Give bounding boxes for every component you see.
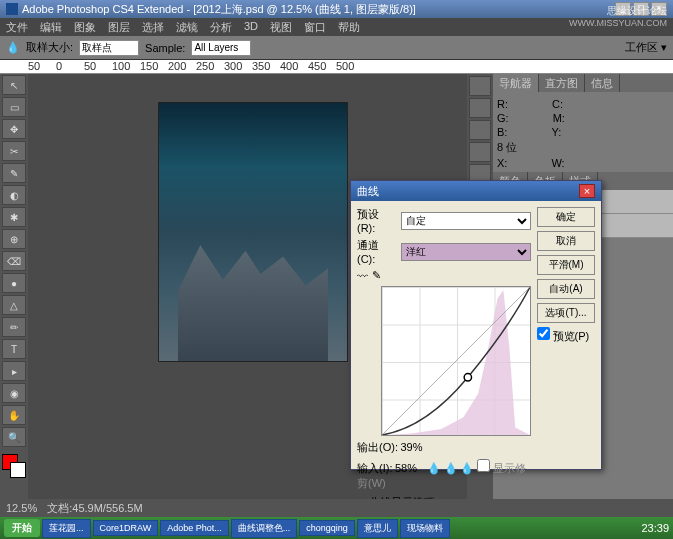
path-tool[interactable]: ▸ [2,361,26,381]
stamp-tool[interactable]: ⊕ [2,229,26,249]
eyedropper-tool[interactable]: ✎ [2,163,26,183]
dialog-title: 曲线 [357,184,379,199]
menu-select[interactable]: 选择 [142,20,164,34]
info-panel: R:C: G:M: B:Y: 8 位 X:W: 文档:45.9M/556.5M … [493,92,673,172]
ok-button[interactable]: 确定 [537,207,595,227]
gradient-tool[interactable]: ● [2,273,26,293]
curves-dialog: 曲线 × 预设(R): 自定 通道(C): 洋红 〰 ✎ [350,180,602,470]
app-title: Adobe Photoshop CS4 Extended - [2012上海.p… [22,2,416,17]
tab-info[interactable]: 信息 [585,74,620,92]
black-eyedropper-icon[interactable]: 💧 [427,462,441,474]
status-bar: 12.5% 文档:45.9M/556.5M [0,499,673,517]
menu-help[interactable]: 帮助 [338,20,360,34]
shape-tool[interactable]: ◉ [2,383,26,403]
dodge-tool[interactable]: △ [2,295,26,315]
taskbar-item[interactable]: 曲线调整色... [231,519,298,538]
watermark-url: WWW.MISSYUAN.COM [569,18,667,28]
taskbar-item[interactable]: 意思儿 [357,519,398,538]
start-button[interactable]: 开始 [4,519,40,537]
preset-select[interactable]: 自定 [401,212,531,230]
preview-checkbox[interactable] [537,327,550,340]
menu-window[interactable]: 窗口 [304,20,326,34]
app-icon [6,3,18,15]
sample-label: Sample: [145,42,185,54]
input-value: 58% [395,462,417,474]
type-tool[interactable]: T [2,339,26,359]
options-button[interactable]: 选项(T)... [537,303,595,323]
menu-layer[interactable]: 图层 [108,20,130,34]
taskbar: 开始 莲花园... Core1DRAW Adobe Phot... 曲线调整色.… [0,517,673,539]
curve-graph[interactable] [381,286,531,436]
system-tray[interactable]: 23:39 [641,522,669,534]
taskbar-item[interactable]: Core1DRAW [93,520,159,536]
white-eyedropper-icon[interactable]: 💧 [460,462,474,474]
taskbar-item[interactable]: Adobe Phot... [160,520,229,536]
sample-layers-input[interactable] [191,40,251,56]
channel-select[interactable]: 洋红 [401,243,531,261]
tab-histogram[interactable]: 直方图 [539,74,585,92]
watermark: 思缘设计论坛 [607,4,667,18]
background-color[interactable] [10,462,26,478]
menu-image[interactable]: 图象 [74,20,96,34]
panel-icon[interactable] [469,76,491,96]
marquee-tool[interactable]: ▭ [2,97,26,117]
menu-3d[interactable]: 3D [244,20,258,34]
panel-icon[interactable] [469,98,491,118]
pen-tool[interactable]: ✏ [2,317,26,337]
auto-button[interactable]: 自动(A) [537,279,595,299]
clock: 23:39 [641,522,669,534]
hand-tool[interactable]: ✋ [2,405,26,425]
menu-view[interactable]: 视图 [270,20,292,34]
preset-label: 预设(R): [357,207,397,234]
menu-analysis[interactable]: 分析 [210,20,232,34]
menu-file[interactable]: 文件 [6,20,28,34]
tab-navigator[interactable]: 导航器 [493,74,539,92]
eyedropper-tool-icon: 💧 [6,41,20,54]
dialog-close-button[interactable]: × [579,184,595,198]
crop-tool[interactable]: ✂ [2,141,26,161]
taskbar-item[interactable]: chongqing [299,520,355,536]
output-value: 39% [400,441,422,453]
ruler-horizontal: 50050100150200250300350400450500 [0,60,673,74]
eraser-tool[interactable]: ⌫ [2,251,26,271]
lasso-tool[interactable]: ✥ [2,119,26,139]
pencil-mode-icon[interactable]: ✎ [372,269,381,282]
input-label: 输入(I): [357,462,392,474]
options-bar: 💧 取样大小: Sample: 工作区 ▾ [0,36,673,60]
gray-eyedropper-icon[interactable]: 💧 [444,462,458,474]
healing-tool[interactable]: ◐ [2,185,26,205]
brush-tool[interactable]: ✱ [2,207,26,227]
menu-edit[interactable]: 编辑 [40,20,62,34]
output-label: 输出(O): [357,441,398,453]
move-tool[interactable]: ↖ [2,75,26,95]
panel-icon[interactable] [469,120,491,140]
cancel-button[interactable]: 取消 [537,231,595,251]
zoom-level[interactable]: 12.5% [6,502,37,514]
show-clip-checkbox[interactable] [477,459,490,472]
curve-mode-icon[interactable]: 〰 [357,270,368,282]
taskbar-item[interactable]: 莲花园... [42,519,91,538]
sample-size-label: 取样大小: [26,40,73,55]
document-image[interactable] [158,102,348,362]
menu-filter[interactable]: 滤镜 [176,20,198,34]
toolbox: ↖ ▭ ✥ ✂ ✎ ◐ ✱ ⊕ ⌫ ● △ ✏ T ▸ ◉ ✋ 🔍 [0,74,28,514]
svg-point-1 [464,374,471,381]
sample-size-input[interactable] [79,40,139,56]
workspace-switcher[interactable]: 工作区 ▾ [625,40,667,55]
channel-label: 通道(C): [357,238,397,265]
doc-status: 文档:45.9M/556.5M [47,502,142,514]
smooth-button[interactable]: 平滑(M) [537,255,595,275]
zoom-tool[interactable]: 🔍 [2,427,26,447]
taskbar-item[interactable]: 现场物料 [400,519,450,538]
panel-icon[interactable] [469,142,491,162]
